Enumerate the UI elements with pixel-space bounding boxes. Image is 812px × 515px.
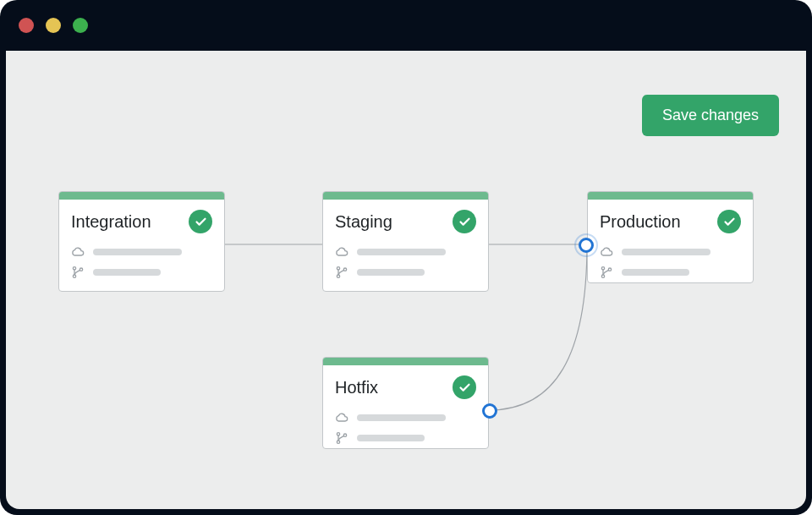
check-icon (453, 210, 476, 233)
branch-icon (335, 266, 348, 279)
node-title: Staging (335, 212, 392, 232)
node-title: Hotfix (335, 378, 378, 397)
node-title: Production (600, 212, 681, 232)
check-icon (189, 210, 212, 233)
branch-icon (600, 266, 613, 279)
minimize-window-button[interactable] (46, 18, 61, 33)
svg-point-0 (73, 267, 75, 270)
svg-point-9 (337, 433, 339, 436)
node-integration[interactable]: Integration (58, 191, 225, 292)
cloud-icon (335, 245, 348, 259)
svg-point-3 (337, 267, 339, 270)
placeholder-line (357, 435, 425, 441)
placeholder-line (357, 414, 446, 421)
branch-icon (71, 266, 85, 279)
placeholder-line (622, 249, 710, 255)
svg-point-2 (80, 268, 82, 271)
connection-port[interactable] (482, 403, 497, 419)
svg-point-8 (608, 268, 611, 271)
node-hotfix[interactable]: Hotfix (322, 357, 489, 449)
svg-point-1 (73, 275, 75, 277)
placeholder-line (357, 269, 425, 276)
node-header-bar (323, 358, 488, 365)
check-icon (453, 375, 476, 399)
connection-port[interactable] (579, 238, 594, 253)
svg-point-11 (343, 434, 346, 436)
check-icon (717, 210, 741, 233)
node-header-bar (588, 192, 753, 200)
diagram-canvas[interactable]: Save changes Integration (6, 51, 806, 509)
placeholder-line (93, 249, 182, 255)
svg-point-7 (601, 275, 604, 277)
close-window-button[interactable] (19, 18, 34, 33)
svg-point-6 (601, 267, 604, 270)
cloud-icon (600, 245, 613, 259)
svg-point-4 (337, 275, 339, 277)
titlebar (0, 0, 812, 51)
edge-hotfix-production (489, 244, 587, 410)
svg-point-5 (343, 268, 346, 271)
svg-point-10 (337, 441, 339, 443)
node-header-bar (59, 192, 224, 200)
app-window: Save changes Integration (0, 0, 812, 515)
cloud-icon (335, 411, 348, 425)
placeholder-line (93, 269, 161, 276)
branch-icon (335, 431, 348, 445)
placeholder-line (622, 269, 689, 276)
node-staging[interactable]: Staging (322, 191, 489, 292)
maximize-window-button[interactable] (73, 18, 88, 33)
save-changes-button[interactable]: Save changes (642, 95, 779, 136)
node-title: Integration (71, 212, 151, 232)
cloud-icon (71, 245, 85, 259)
placeholder-line (357, 249, 446, 255)
node-header-bar (323, 192, 488, 200)
node-production[interactable]: Production (587, 191, 754, 283)
